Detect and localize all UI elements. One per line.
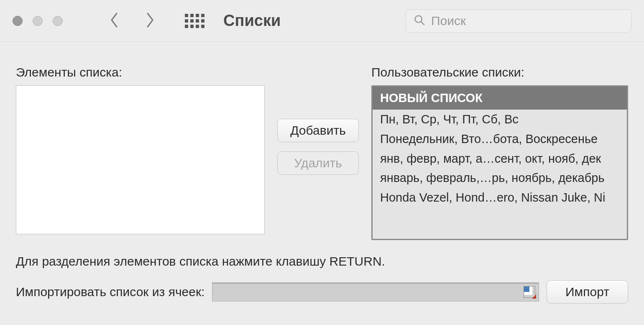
custom-lists-label: Пользовательские списки:: [371, 65, 628, 79]
import-range-field[interactable]: [212, 282, 539, 302]
search-field-wrap[interactable]: [406, 9, 631, 33]
import-row: Импортировать список из ячеек: Импорт: [16, 280, 628, 304]
list-elements-column: Элементы списка:: [16, 65, 265, 240]
window-title: Списки: [223, 12, 281, 30]
custom-lists-column: Пользовательские списки: НОВЫЙ СПИСОК Пн…: [371, 65, 628, 240]
list-item[interactable]: НОВЫЙ СПИСОК: [373, 87, 627, 110]
svg-point-0: [415, 15, 422, 22]
cell-range-picker-icon[interactable]: [524, 286, 535, 298]
nav-arrows: [109, 12, 156, 30]
middle-buttons: Добавить Удалить: [277, 119, 359, 240]
close-window-button[interactable]: [13, 16, 23, 26]
content: Элементы списка: Добавить Удалить Пользо…: [0, 42, 644, 316]
list-item[interactable]: Honda Vezel, Hond…ero, Nissan Juke, Ni: [373, 188, 627, 207]
search-icon: [414, 14, 425, 28]
search-input[interactable]: [431, 14, 624, 28]
zoom-window-button[interactable]: [53, 16, 63, 26]
window-controls: [13, 16, 63, 26]
forward-button[interactable]: [145, 12, 156, 30]
custom-lists-listbox[interactable]: НОВЫЙ СПИСОК Пн, Вт, Ср, Чт, Пт, Сб, Вс …: [371, 85, 628, 240]
list-item[interactable]: Понедельник, Вто…бота, Воскресенье: [373, 129, 627, 149]
list-elements-textarea[interactable]: [16, 85, 265, 234]
toolbar: Списки: [0, 0, 644, 42]
svg-line-1: [421, 21, 424, 25]
import-button[interactable]: Импорт: [547, 280, 628, 304]
back-button[interactable]: [109, 12, 120, 30]
list-item[interactable]: январь, февраль,…рь, ноябрь, декабрь: [373, 168, 627, 188]
list-item[interactable]: янв, февр, март, а…сент, окт, нояб, дек: [373, 149, 627, 169]
list-item[interactable]: Пн, Вт, Ср, Чт, Пт, Сб, Вс: [373, 110, 627, 129]
list-elements-label: Элементы списка:: [16, 65, 265, 79]
import-label: Импортировать список из ячеек:: [16, 285, 204, 299]
helper-text: Для разделения элементов списка нажмите …: [16, 254, 628, 269]
minimize-window-button[interactable]: [33, 16, 43, 26]
add-button[interactable]: Добавить: [277, 119, 359, 142]
apps-grid-icon[interactable]: [185, 14, 204, 28]
remove-button: Удалить: [277, 151, 359, 175]
